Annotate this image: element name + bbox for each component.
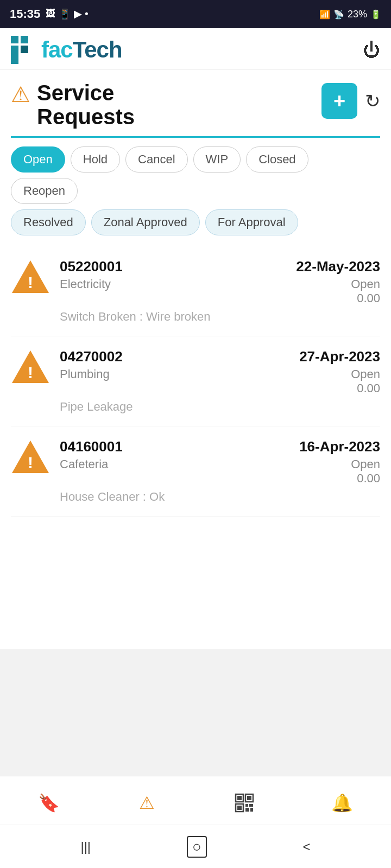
warning-triangle-icon: ! [11, 438, 50, 475]
svg-rect-11 [237, 796, 242, 800]
warning-triangle-icon: ! [11, 348, 50, 385]
filter-tabs: Open Hold Cancel WIP Closed Reopen Resol… [0, 138, 391, 241]
request-description-2: Pipe Leakage [60, 400, 380, 414]
request-icon-1: ! [11, 258, 50, 295]
alert-icon: ⚠ [139, 793, 155, 813]
request-id-1: 05220001 [60, 258, 123, 275]
page-title: ServiceRequests [37, 81, 135, 129]
request-amount-3: 0.00 [351, 471, 380, 486]
table-row[interactable]: ! 04270002 27-Apr-2023 Plumbing Open 0.0… [11, 336, 380, 426]
svg-rect-13 [247, 796, 251, 800]
request-content-2: 04270002 27-Apr-2023 Plumbing Open 0.00 … [60, 348, 380, 414]
nav-qr[interactable] [228, 789, 261, 816]
android-home[interactable]: ○ [187, 836, 207, 858]
svg-text:!: ! [28, 273, 33, 291]
svg-rect-1 [21, 36, 28, 43]
request-description-3: House Cleaner : Ok [60, 490, 380, 504]
svg-rect-18 [245, 808, 249, 812]
request-date-2: 27-Apr-2023 [299, 348, 380, 365]
page-warning-icon: ⚠ [11, 82, 30, 107]
svg-rect-3 [21, 46, 28, 53]
filter-reopen[interactable]: Reopen [11, 178, 78, 204]
requests-list: ! 05220001 22-May-2023 Electricity Open … [0, 241, 391, 649]
add-request-button[interactable]: + [321, 83, 357, 119]
filter-for-approval[interactable]: For Approval [205, 209, 298, 235]
android-nav: ||| ○ < [0, 825, 391, 868]
svg-rect-15 [237, 806, 242, 810]
request-status-3: Open [351, 457, 380, 471]
svg-rect-16 [245, 804, 248, 807]
nav-notifications[interactable]: 🔔 [326, 789, 358, 816]
request-status-2: Open [351, 367, 380, 381]
android-back[interactable]: < [303, 839, 311, 854]
filter-hold[interactable]: Hold [71, 146, 120, 173]
power-button[interactable]: ⏻ [363, 40, 380, 60]
status-icons-right: 📶 📡 23% 🔋 [319, 9, 381, 20]
request-id-3: 04160001 [60, 438, 123, 455]
nav-bookmark[interactable]: 🔖 [33, 789, 65, 816]
bookmark-icon: 🔖 [38, 793, 60, 813]
svg-rect-19 [250, 808, 253, 812]
filter-row-2: Resolved Zonal Approved For Approval [11, 209, 380, 235]
status-icons-left: 🖼 📱 ▶ • [46, 8, 88, 20]
filter-row-1: Open Hold Cancel WIP Closed Reopen [11, 146, 380, 204]
request-amount-2: 0.00 [351, 381, 380, 395]
qr-icon [235, 793, 254, 813]
logo: facTech [11, 36, 122, 64]
filter-zonal-approved[interactable]: Zonal Approved [91, 209, 200, 235]
svg-text:!: ! [28, 454, 33, 471]
refresh-button[interactable]: ↻ [365, 90, 380, 112]
svg-rect-17 [249, 804, 253, 807]
table-row[interactable]: ! 05220001 22-May-2023 Electricity Open … [11, 246, 380, 336]
svg-rect-0 [11, 36, 18, 43]
bell-icon: 🔔 [331, 793, 353, 813]
signal-icon: 📡 [333, 9, 344, 20]
status-bar: 15:35 🖼 📱 ▶ • 📶 📡 23% 🔋 [0, 0, 391, 28]
nav-alerts[interactable]: ⚠ [130, 789, 163, 816]
photo-icon: 🖼 [46, 8, 55, 20]
footer-area [0, 649, 391, 776]
request-description-1: Switch Broken : Wire broken [60, 310, 380, 324]
request-status-1: Open [351, 277, 380, 291]
request-category-2: Plumbing [60, 367, 110, 395]
table-row[interactable]: ! 04160001 16-Apr-2023 Cafeteria Open 0.… [11, 426, 380, 516]
request-content-3: 04160001 16-Apr-2023 Cafeteria Open 0.00… [60, 438, 380, 504]
screen-icon: 📱 [59, 8, 71, 20]
android-recent[interactable]: ||| [80, 839, 91, 854]
video-icon: ▶ [74, 8, 81, 20]
request-category-3: Cafeteria [60, 457, 108, 486]
request-amount-1: 0.00 [351, 291, 380, 305]
bottom-nav: 🔖 ⚠ 🔔 [0, 776, 391, 825]
filter-resolved[interactable]: Resolved [11, 209, 86, 235]
logo-text: facTech [41, 37, 122, 63]
svg-text:!: ! [28, 363, 33, 381]
request-id-2: 04270002 [60, 348, 123, 365]
request-content-1: 05220001 22-May-2023 Electricity Open 0.… [60, 258, 380, 324]
battery-icon: 🔋 [370, 9, 381, 20]
logo-icon [11, 36, 39, 64]
request-category-1: Electricity [60, 277, 111, 305]
request-icon-2: ! [11, 348, 50, 385]
page-title-actions: + ↻ [321, 83, 380, 119]
request-date-1: 22-May-2023 [296, 258, 380, 275]
filter-wip[interactable]: WIP [193, 146, 241, 173]
page-title-area: ⚠ ServiceRequests + ↻ [0, 70, 391, 129]
status-time: 15:35 🖼 📱 ▶ • [10, 7, 89, 21]
wifi-icon: 📶 [319, 9, 330, 20]
app-header: facTech ⏻ [0, 28, 391, 70]
battery-display: 23% [348, 9, 367, 20]
filter-cancel[interactable]: Cancel [125, 146, 187, 173]
request-date-3: 16-Apr-2023 [299, 438, 380, 455]
time-display: 15:35 [10, 7, 40, 21]
request-icon-3: ! [11, 438, 50, 475]
filter-open[interactable]: Open [11, 146, 65, 173]
page-title-left: ⚠ ServiceRequests [11, 81, 135, 129]
warning-triangle-icon: ! [11, 258, 50, 295]
filter-closed[interactable]: Closed [246, 146, 308, 173]
svg-rect-2 [11, 46, 18, 64]
dot-icon: • [85, 8, 88, 20]
